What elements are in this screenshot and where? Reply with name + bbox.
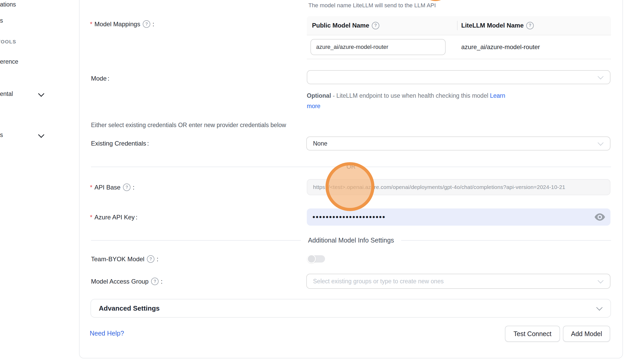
column-header-label: LiteLLM Model Name xyxy=(461,22,524,29)
label-text: API Base xyxy=(94,184,120,191)
advanced-settings-panel[interactable]: Advanced Settings xyxy=(90,299,611,318)
help-icon[interactable]: ? xyxy=(151,278,159,285)
sidebar-item-settings[interactable]: s xyxy=(0,132,3,139)
chevron-down-icon xyxy=(598,140,604,146)
sidebar-item-label: ental xyxy=(0,90,13,97)
model-mappings-label: * Model Mappings ? : xyxy=(90,20,154,28)
azure-api-key-input[interactable]: •••••••••••••••••••••• xyxy=(307,208,610,226)
sidebar-item-label: s xyxy=(0,132,3,138)
divider-line xyxy=(401,240,611,241)
divider-line xyxy=(91,240,301,241)
litellm-model-name-cell: azure_ai/azure-model-router xyxy=(457,43,611,51)
masked-api-key: •••••••••••••••••••••• xyxy=(313,213,386,221)
mode-label: Mode : xyxy=(91,75,109,82)
eye-icon[interactable] xyxy=(594,213,605,221)
chevron-down-icon xyxy=(598,278,604,284)
sidebar-item-label: erence xyxy=(0,58,18,65)
model-access-group-label: Model Access Group ? : xyxy=(91,278,162,285)
column-header-public-model-name: Public Model Name ? xyxy=(307,22,457,29)
sidebar-item-organizations[interactable]: ations xyxy=(0,1,16,8)
mode-hint-text: - LiteLLM endpoint to use when health ch… xyxy=(331,92,490,99)
need-help-link[interactable]: Need Help? xyxy=(90,330,124,337)
label-text: Existing Credentials xyxy=(91,140,146,147)
help-icon[interactable]: ? xyxy=(147,255,154,263)
button-label: Add Model xyxy=(571,330,602,338)
sidebar-section-label: TOOLS xyxy=(0,39,16,44)
model-access-group-select[interactable]: Select existing groups or type to create… xyxy=(306,274,610,289)
team-byok-toggle[interactable] xyxy=(308,255,325,263)
mode-select[interactable] xyxy=(307,70,610,84)
public-model-name-cell xyxy=(307,39,457,55)
required-asterisk: * xyxy=(90,184,92,191)
sidebar-item-label: s xyxy=(0,17,3,24)
label-colon: : xyxy=(136,214,138,221)
label-text: Team-BYOK Model xyxy=(91,256,144,263)
required-asterisk: * xyxy=(90,214,92,221)
mode-hint-line1: Optional - LiteLLM endpoint to use when … xyxy=(307,90,505,101)
divider-line xyxy=(91,167,339,167)
column-header-label: Public Model Name xyxy=(312,22,369,29)
learn-more-link[interactable]: more xyxy=(307,103,320,109)
label-text: Model Access Group xyxy=(91,278,148,285)
label-text: Mode xyxy=(91,75,107,82)
team-byok-label: Team-BYOK Model ? : xyxy=(91,255,158,263)
mode-hint-line2: more xyxy=(307,101,505,111)
help-icon[interactable]: ? xyxy=(372,22,379,29)
existing-credentials-label: Existing Credentials : xyxy=(91,140,149,147)
add-model-page: { "ui": { "colon": ":", "required_mark":… xyxy=(0,0,644,360)
label-colon: : xyxy=(108,75,109,82)
azure-api-key-label: * Azure API Key : xyxy=(90,214,138,221)
mode-hint: Optional - LiteLLM endpoint to use when … xyxy=(307,90,505,111)
sidebar-item-experimental[interactable]: ental xyxy=(0,90,13,97)
existing-credentials-value: None xyxy=(313,140,327,147)
label-colon: : xyxy=(157,256,158,263)
api-base-value: https://<test>.openai.azure.com/openai/d… xyxy=(313,184,565,190)
add-model-button[interactable]: Add Model xyxy=(563,326,610,342)
chevron-down-icon[interactable] xyxy=(38,90,44,97)
label-colon: : xyxy=(133,184,134,191)
advanced-settings-title: Advanced Settings xyxy=(99,304,160,312)
table-header: Public Model Name ? LiteLLM Model Name ? xyxy=(307,16,611,35)
model-name-hint: The model name LiteLLM will send to the … xyxy=(308,2,436,9)
or-divider: OR xyxy=(91,163,611,170)
credentials-note: Either select existing credentials OR en… xyxy=(91,122,286,129)
or-divider-label: OR xyxy=(347,163,356,170)
label-colon: : xyxy=(152,21,154,28)
model-mappings-table: Public Model Name ? LiteLLM Model Name ?… xyxy=(307,16,611,59)
chevron-down-icon[interactable] xyxy=(38,132,44,138)
existing-credentials-select[interactable]: None xyxy=(306,136,610,150)
help-icon[interactable]: ? xyxy=(526,22,534,29)
divider-line xyxy=(363,167,611,167)
label-text: Azure API Key xyxy=(94,214,135,221)
required-asterisk: * xyxy=(90,21,92,28)
sidebar-item-label: ations xyxy=(0,1,16,8)
button-label: Test Connect xyxy=(513,330,551,338)
sidebar-section-tools: TOOLS xyxy=(0,39,16,45)
label-text: Model Mappings xyxy=(94,21,140,28)
public-model-name-input[interactable] xyxy=(310,39,446,55)
sidebar-item-keys[interactable]: s xyxy=(0,17,3,24)
additional-settings-divider: Additional Model Info Settings xyxy=(91,237,611,244)
api-base-input[interactable]: https://<test>.openai.azure.com/openai/d… xyxy=(307,179,610,195)
model-access-group-placeholder: Select existing groups or type to create… xyxy=(313,278,444,285)
table-row: azure_ai/azure-model-router xyxy=(307,35,611,59)
litellm-model-name-value: azure_ai/azure-model-router xyxy=(461,43,540,50)
label-colon: : xyxy=(161,278,162,285)
help-icon[interactable]: ? xyxy=(123,184,131,191)
additional-settings-divider-label: Additional Model Info Settings xyxy=(308,237,394,244)
chevron-down-icon xyxy=(596,304,602,311)
test-connect-button[interactable]: Test Connect xyxy=(505,326,560,342)
sidebar-item-inference[interactable]: erence xyxy=(0,58,18,65)
column-header-litellm-model-name: LiteLLM Model Name ? xyxy=(457,22,611,29)
api-base-label: * API Base ? : xyxy=(90,184,134,191)
mode-hint-bold: Optional xyxy=(307,92,331,99)
learn-more-link[interactable]: Learn xyxy=(490,92,505,99)
label-colon: : xyxy=(147,140,149,147)
help-icon[interactable]: ? xyxy=(143,20,150,28)
chevron-down-icon xyxy=(598,74,604,80)
toggle-knob xyxy=(307,254,316,263)
